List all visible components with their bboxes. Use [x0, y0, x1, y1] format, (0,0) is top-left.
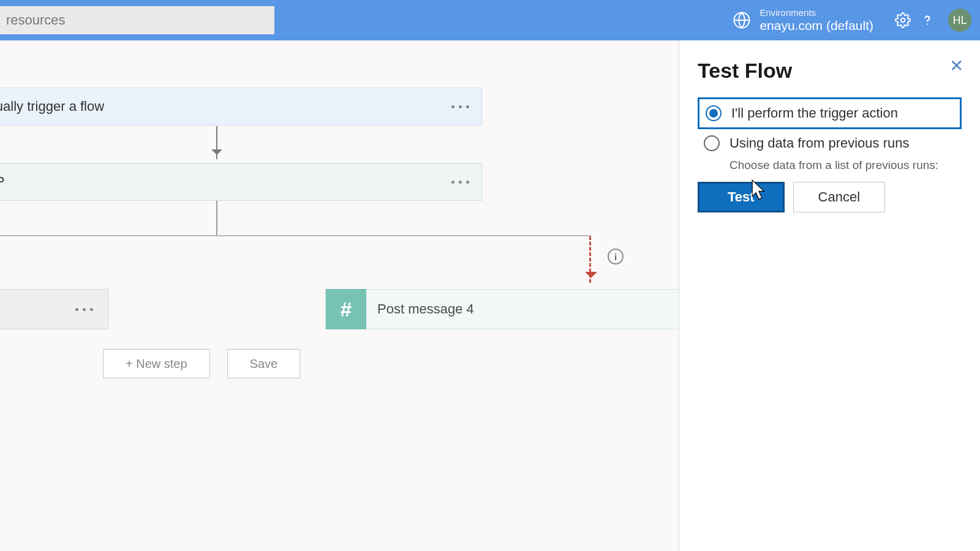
- radio-manual-label: I'll perform the trigger action: [731, 105, 898, 121]
- trigger-card-label: Manually trigger a flow: [0, 99, 104, 114]
- trigger-card[interactable]: Manually trigger a flow: [0, 88, 482, 126]
- new-step-button[interactable]: + New step: [103, 349, 210, 378]
- radio-icon: [704, 135, 720, 151]
- radio-icon: [706, 105, 722, 121]
- connector-arrow-icon: [216, 126, 217, 159]
- http-card-label: HTTP: [0, 174, 4, 190]
- globe-icon: [733, 11, 751, 29]
- radio-previous-subtext: Choose data from a list of previous runs…: [729, 159, 962, 172]
- avatar[interactable]: HL: [948, 9, 971, 32]
- info-icon[interactable]: i: [608, 249, 624, 264]
- card-menu-icon[interactable]: [451, 105, 469, 108]
- help-icon[interactable]: [915, 12, 940, 28]
- post-message-label: Post message 4: [366, 301, 474, 317]
- card-menu-icon[interactable]: [451, 181, 469, 184]
- connector-line: [0, 235, 591, 236]
- connector-arrow-error-icon: [589, 236, 591, 283]
- connector-line: [216, 201, 217, 235]
- card-menu-icon[interactable]: [75, 308, 93, 311]
- cancel-button[interactable]: Cancel: [793, 182, 885, 212]
- svg-point-3: [927, 23, 928, 24]
- branch-card[interactable]: [0, 289, 108, 329]
- svg-point-1: [901, 18, 905, 23]
- radio-previous-label: Using data from previous runs: [729, 135, 909, 151]
- http-card[interactable]: HTTP: [0, 163, 482, 201]
- radio-previous-runs[interactable]: Using data from previous runs: [698, 129, 962, 157]
- test-flow-panel: ✕ Test Flow I'll perform the trigger act…: [679, 40, 980, 551]
- close-icon[interactable]: ✕: [946, 55, 967, 76]
- radio-manual-trigger[interactable]: I'll perform the trigger action: [698, 97, 962, 129]
- environment-picker[interactable]: Environments enayu.com (default): [733, 8, 873, 32]
- save-button[interactable]: Save: [227, 349, 301, 378]
- app-header: Environments enayu.com (default) HL: [0, 0, 980, 40]
- flow-canvas: Manually trigger a flow HTTP i # Post me…: [0, 40, 980, 551]
- search-input[interactable]: [0, 6, 274, 34]
- environment-label: Environments: [760, 8, 873, 18]
- panel-title: Test Flow: [698, 59, 962, 83]
- environment-name: enayu.com (default): [760, 18, 873, 32]
- hash-icon: #: [326, 289, 366, 329]
- test-button[interactable]: Test: [698, 182, 785, 212]
- settings-icon[interactable]: [891, 12, 915, 28]
